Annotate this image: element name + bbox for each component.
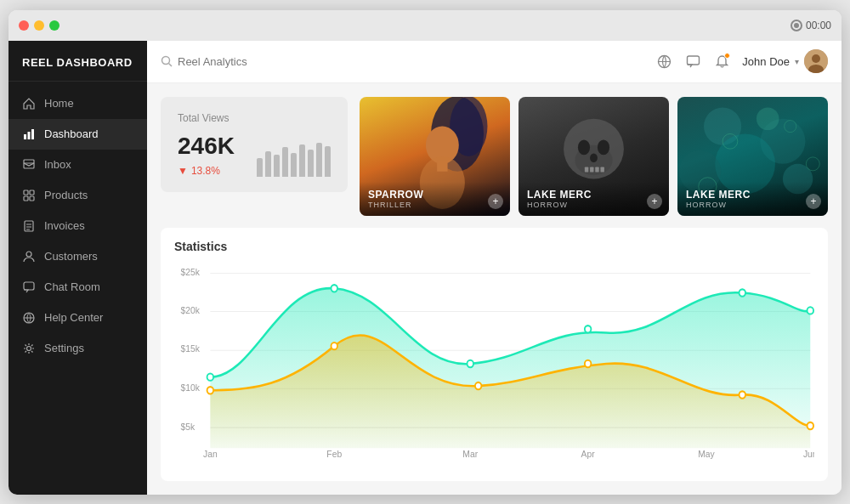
chat-topbar-icon[interactable]	[684, 53, 701, 70]
search-icon	[161, 55, 173, 67]
orange-dot-apr	[585, 360, 592, 366]
maximize-button[interactable]	[49, 20, 60, 31]
svg-rect-2	[31, 129, 34, 139]
svg-point-16	[162, 57, 170, 65]
sidebar-item-products[interactable]: Products	[8, 180, 147, 211]
orange-dot-jun	[808, 422, 814, 428]
svg-point-42	[756, 107, 779, 130]
orange-dot-feb	[331, 342, 337, 348]
inbox-icon	[22, 158, 36, 172]
traffic-lights	[19, 20, 60, 31]
sidebar-item-inbox[interactable]: Inbox	[8, 150, 147, 180]
svg-point-12	[26, 252, 31, 257]
close-button[interactable]	[19, 20, 29, 31]
sidebar-nav: Home Dashboard	[8, 82, 147, 495]
sidebar-item-invoices[interactable]: Invoices	[8, 211, 147, 241]
nav-label-home: Home	[44, 97, 74, 110]
svg-rect-7	[30, 196, 34, 201]
movie-genre-sparrow: THRILLER	[368, 201, 502, 209]
movie-genre-lakemerc2: HORROW	[686, 201, 819, 209]
nav-label-products: Products	[44, 189, 88, 201]
svg-line-17	[169, 64, 173, 67]
stats-card: Total Views 246K ▼ 13.8%	[161, 97, 348, 192]
svg-rect-35	[595, 167, 598, 172]
sidebar-item-customers[interactable]: Customers	[8, 241, 147, 272]
movie-card-sparrow[interactable]: SPARROW THRILLER +	[360, 97, 510, 216]
stats-value: 246K	[178, 133, 235, 160]
movie-title-lakemerc1: LAKE MERC	[527, 189, 660, 201]
movie-add-button-sparrow[interactable]: +	[488, 194, 503, 209]
nav-label-invoices: Invoices	[44, 219, 85, 232]
avatar	[804, 49, 828, 73]
top-row: Total Views 246K ▼ 13.8%	[161, 97, 828, 216]
sidebar-item-dashboard[interactable]: Dashboard	[8, 119, 147, 150]
svg-rect-36	[600, 167, 604, 172]
sidebar-item-chatroom[interactable]: Chat Room	[8, 272, 147, 303]
svg-point-32	[590, 153, 598, 162]
user-menu[interactable]: John Doe ▾	[742, 49, 828, 73]
statistics-section: Statistics $25k $20k $15k $10k $5k	[161, 228, 828, 481]
stats-mini-chart	[257, 143, 331, 177]
grid-icon	[22, 189, 36, 202]
movie-card-lakemerc2[interactable]: LAKE MERC HORROW +	[677, 97, 828, 216]
teal-dot-feb	[331, 285, 337, 292]
app-window: 00:00 REEL DASHBOARD Home	[8, 10, 842, 495]
movie-add-button-lakemerc1[interactable]: +	[647, 194, 662, 209]
x-label-jun: Jun	[803, 448, 814, 459]
svg-point-15	[27, 346, 31, 350]
statistics-chart: $25k $20k $15k $10k $5k	[174, 262, 814, 466]
file-icon	[22, 219, 36, 233]
sidebar-item-helpcenter[interactable]: Help Center	[8, 303, 147, 333]
svg-rect-5	[30, 190, 34, 195]
x-label-mar: Mar	[462, 448, 478, 459]
user-icon	[22, 250, 36, 263]
sidebar-title: REEL DASHBOARD	[8, 41, 147, 82]
svg-point-30	[578, 139, 590, 155]
svg-rect-1	[28, 132, 31, 139]
orange-dot-jan	[207, 387, 214, 394]
gear-icon	[22, 342, 36, 355]
x-label-apr: Apr	[581, 448, 595, 459]
svg-rect-6	[24, 196, 28, 201]
teal-dot-apr	[585, 326, 592, 332]
nav-label-customers: Customers	[44, 250, 98, 263]
chat-icon	[22, 280, 36, 294]
movie-card-lakemerc1[interactable]: LAKE MERC HORROW +	[518, 97, 669, 216]
home-icon	[22, 97, 36, 110]
arrow-down-icon: ▼	[178, 165, 188, 177]
svg-text:$10k: $10k	[181, 382, 201, 393]
timer-value: 00:00	[806, 20, 831, 31]
movie-add-button-lakemerc2[interactable]: +	[806, 194, 821, 209]
svg-rect-0	[24, 134, 26, 139]
teal-dot-jun	[808, 307, 814, 314]
chart-container: $25k $20k $15k $10k $5k	[174, 262, 814, 466]
svg-rect-34	[590, 167, 593, 172]
nav-label-helpcenter: Help Center	[44, 311, 103, 324]
movie-title-lakemerc2: LAKE MERC	[686, 189, 819, 201]
dashboard-content: Total Views 246K ▼ 13.8%	[147, 83, 842, 495]
nav-label-dashboard: Dashboard	[44, 127, 99, 140]
topbar-actions: John Doe ▾	[655, 49, 828, 73]
movie-cards-container: SPARROW THRILLER +	[360, 97, 828, 216]
globe-topbar-icon[interactable]	[655, 53, 672, 70]
nav-label-chatroom: Chat Room	[44, 280, 100, 293]
svg-point-46	[806, 156, 819, 170]
globe-icon	[22, 311, 36, 325]
sidebar-item-settings[interactable]: Settings	[8, 333, 147, 364]
svg-point-31	[598, 139, 609, 155]
sidebar-item-home[interactable]: Home	[8, 88, 147, 119]
minimize-button[interactable]	[34, 20, 44, 31]
svg-text:$15k: $15k	[181, 343, 201, 354]
record-icon	[790, 20, 802, 31]
teal-dot-jan	[207, 373, 214, 380]
search-input[interactable]	[178, 55, 348, 68]
timer-display: 00:00	[790, 20, 831, 31]
svg-point-21	[812, 54, 820, 63]
stats-change: ▼ 13.8%	[178, 165, 235, 177]
notification-icon[interactable]	[713, 53, 730, 70]
notification-badge	[724, 53, 730, 59]
orange-dot-mar	[475, 382, 482, 388]
user-caret-icon: ▾	[795, 57, 799, 66]
orange-dot-may	[740, 391, 746, 398]
stats-change-value: 13.8%	[191, 165, 220, 177]
